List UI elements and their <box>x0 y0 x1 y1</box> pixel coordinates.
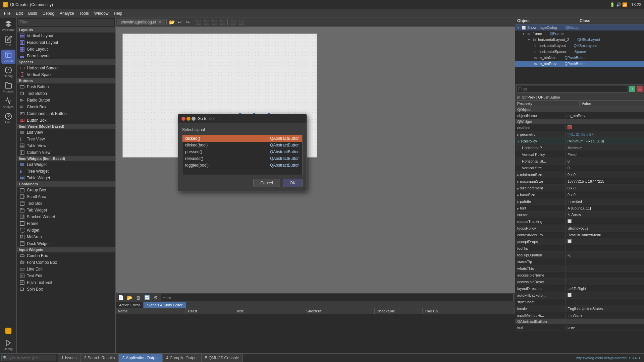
dialog-signal-released[interactable]: released() QAbstractButton <box>182 155 302 162</box>
widget-column-view[interactable]: Column View <box>17 149 115 156</box>
toolbar-open[interactable]: 📂 <box>168 18 175 26</box>
sidebar-item-design[interactable]: Design <box>1 50 15 64</box>
sidebar-item-projects[interactable]: Projects <box>1 80 15 95</box>
sidebar-item-app[interactable] <box>1 324 15 338</box>
prop-row-horizstretch[interactable]: Horizontal St... 0 <box>515 158 644 165</box>
widget-plain-text-edit[interactable]: Plain Text Edit <box>17 279 115 286</box>
prop-row-sizepolicy[interactable]: sizePolicy [Minimum, Fixed, 0, 0] <box>515 138 644 144</box>
widget-check-box[interactable]: Check Box <box>17 104 115 110</box>
menu-file[interactable]: File <box>1 10 13 16</box>
widget-tab-widget[interactable]: Tab Widget <box>17 207 115 214</box>
widget-stacked-widget[interactable]: Stacked Widget <box>17 214 115 220</box>
prop-row-acceptdrops[interactable]: acceptDrops <box>515 238 644 245</box>
filter-add-btn[interactable]: + <box>629 86 635 92</box>
tree-row-spacer[interactable]: ↔ horizontalSpacer Spacer <box>515 49 644 55</box>
widget-spin-box[interactable]: Spin Box <box>17 286 115 293</box>
menu-build[interactable]: Build <box>25 10 40 16</box>
widget-combo-box[interactable]: Combo Box <box>17 252 115 259</box>
widget-list-widget[interactable]: List Widget <box>17 161 115 168</box>
properties-filter-input[interactable] <box>517 86 628 93</box>
status-tab-compileoutput[interactable]: 4 Compile Output <box>162 354 201 362</box>
toolbar-g-layout[interactable]: ⬛ <box>211 18 218 26</box>
prop-row-tooltipduration[interactable]: toolTipDuration -1 <box>515 252 644 258</box>
widget-text-edit[interactable]: Text Edit <box>17 273 115 279</box>
prop-row-mousetracking[interactable]: mouseTracking <box>515 218 644 225</box>
widget-radio-button[interactable]: Radio Button <box>17 97 115 104</box>
menu-debug[interactable]: Debug <box>40 10 57 16</box>
widget-widget[interactable]: Widget <box>17 227 115 234</box>
widget-list-view[interactable]: List View <box>17 129 115 136</box>
prop-row-text[interactable]: text prev <box>515 324 644 331</box>
toolbar-break-layout[interactable]: ⬛ <box>229 18 236 26</box>
enabled-checkbox[interactable] <box>568 125 572 129</box>
widget-horiz-spacer[interactable]: Horizontal Spacer <box>17 65 115 71</box>
prop-row-accessdescr[interactable]: accessibleDescr... <box>515 279 644 285</box>
widget-line-edit[interactable]: Line Edit <box>17 266 115 273</box>
dialog-signal-list[interactable]: clicked() QAbstractButton clicked(bool) … <box>182 135 303 175</box>
prop-row-statustip[interactable]: statusTip <box>515 258 644 265</box>
widget-group-box[interactable]: G Group Box <box>17 187 115 193</box>
menu-window[interactable]: Window <box>92 10 111 16</box>
status-tab-appoutput[interactable]: 3 Application Output <box>118 354 162 362</box>
file-tab[interactable]: showimagedialog.ui ✕ <box>117 19 165 25</box>
action-open[interactable]: 📂 <box>126 294 133 301</box>
menu-help[interactable]: Help <box>111 10 125 16</box>
widget-tree-view[interactable]: Tree View <box>17 136 115 142</box>
sidebar-item-debug[interactable]: Debug <box>1 65 15 79</box>
action-new[interactable]: 📄 <box>117 294 124 301</box>
tree-row-hlayout[interactable]: ⊟ horizontalLayout QHBoxLayout <box>515 43 644 49</box>
widget-dock-widget[interactable]: Dock Widget <box>17 240 115 247</box>
prop-row-layoutdir[interactable]: layoutDirection LeftToRight <box>515 285 644 292</box>
prop-row-accessname[interactable]: accessibleName <box>515 272 644 279</box>
prop-row-inputmethod[interactable]: inputMethodHi... ImhNone <box>515 312 644 319</box>
menu-analyze[interactable]: Analyze <box>57 10 77 16</box>
widget-font-combo-box[interactable]: A Font Combo Box <box>17 259 115 266</box>
widget-tool-box[interactable]: Tool Box <box>17 200 115 207</box>
prop-row-focuspolicy[interactable]: focusPolicy StrongFocus <box>515 225 644 232</box>
acceptdrops-checkbox[interactable] <box>568 239 572 243</box>
status-tab-search[interactable]: 2 Search Results <box>80 354 118 362</box>
close-tab-icon[interactable]: ✕ <box>158 20 161 24</box>
status-tab-qmljs[interactable]: 5 QML/JS Console <box>201 354 243 362</box>
prop-row-maxsize[interactable]: maximumSize 16777215 x 16777215 <box>515 178 644 185</box>
design-canvas[interactable]: prev next <box>116 27 515 293</box>
tab-action-editor[interactable]: Action Editor <box>116 302 144 308</box>
prop-row-font[interactable]: font A [Ubuntu, 11] <box>515 205 644 212</box>
dialog-close-dot[interactable] <box>181 117 185 121</box>
widget-button-box[interactable]: Button Box <box>17 117 115 124</box>
dialog-maximize-dot[interactable] <box>192 117 196 121</box>
prop-row-cursor[interactable]: cursor ↖ Arrow <box>515 212 644 218</box>
menu-edit[interactable]: Edit <box>13 10 25 16</box>
prop-row-vertstretch[interactable]: Vertical Stre... 0 <box>515 165 644 171</box>
prop-row-objectname[interactable]: objectName m_btnPrev <box>515 112 644 119</box>
widget-frame[interactable]: Frame <box>17 220 115 227</box>
dialog-minimize-dot[interactable] <box>186 117 191 121</box>
widget-horizontal-layout[interactable]: Horizontal Layout <box>17 39 115 46</box>
sidebar-item-analyze[interactable]: Analyze <box>1 96 15 110</box>
prop-row-horizpolicy[interactable]: Horizontal P... Minimum <box>515 144 644 151</box>
dialog-signal-clicked-bool[interactable]: clicked(bool) QAbstractButton <box>182 142 302 148</box>
widget-mdiarea[interactable]: MdiArea <box>17 234 115 240</box>
tree-row-frame[interactable]: ▼ ▭ frame QFrame <box>515 31 644 37</box>
toolbar-redo[interactable]: ↪ <box>184 18 192 26</box>
prop-row-vertpolicy[interactable]: Vertical Policy Fixed <box>515 151 644 158</box>
toolbar-h-layout[interactable]: ⬛ <box>195 18 202 26</box>
action-filter-input[interactable] <box>161 294 514 301</box>
dialog-signal-clicked[interactable]: clicked() QAbstractButton <box>182 135 302 142</box>
sidebar-item-edit[interactable]: Edit <box>1 34 15 48</box>
widget-grid-layout[interactable]: Grid Layout <box>17 46 115 53</box>
widget-tool-button[interactable]: Tool Button <box>17 90 115 97</box>
widget-vertical-layout[interactable]: Vertical Layout <box>17 33 115 39</box>
prop-row-contextmenu[interactable]: contextMenuPo... DefaultContextMenu <box>515 232 644 238</box>
prop-row-tooltip[interactable]: toolTip <box>515 245 644 252</box>
tree-row-dialog[interactable]: ▼ ⬜ ShowImageDialog QDialog <box>515 24 644 31</box>
widget-command-link[interactable]: Command Link Button <box>17 110 115 117</box>
menu-tools[interactable]: Tools <box>77 10 92 16</box>
sidebar-item-help[interactable]: Help <box>1 111 15 125</box>
dialog-cancel-button[interactable]: Cancel <box>253 179 280 187</box>
prop-row-stylesheet[interactable]: styleSheet <box>515 299 644 305</box>
toolbar-v-layout[interactable]: ⬛ <box>203 18 210 26</box>
mousetracking-checkbox[interactable] <box>568 219 572 223</box>
sidebar-item-welcome[interactable]: Welcome <box>1 19 15 33</box>
widget-table-widget[interactable]: Table Widget <box>17 175 115 181</box>
